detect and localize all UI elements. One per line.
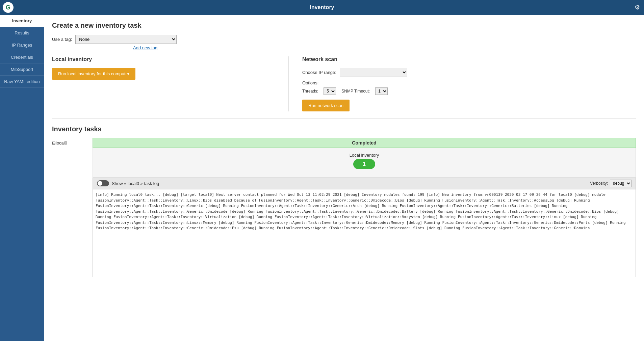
sidebar-item-inventory[interactable]: Inventory — [0, 15, 44, 27]
run-network-scan-button[interactable]: Run network scan — [302, 100, 350, 111]
main-content: Create a new inventory task Use a tag: N… — [44, 15, 644, 341]
sidebar-item-ip-ranges[interactable]: IP Ranges — [0, 39, 44, 51]
snmp-timeout-select[interactable]: 1 — [375, 87, 388, 95]
threads-select[interactable]: 5 — [324, 87, 336, 95]
local-inventory-title: Local inventory — [52, 56, 275, 62]
local-inventory-bubble: Local inventory 1 — [98, 153, 631, 169]
network-scan-panel: Network scan Choose IP range: Options: T… — [288, 56, 636, 111]
ip-range-select[interactable] — [340, 68, 407, 77]
snmp-timeout-label: SNMP Timeout: — [341, 89, 370, 94]
run-local-inventory-button[interactable]: Run local inventory for this computer — [52, 68, 135, 80]
header-title: Inventory — [310, 4, 334, 10]
app-logo: G — [3, 2, 14, 13]
sidebar-item-credentials[interactable]: Credentials — [0, 51, 44, 63]
completed-bar: Completed — [93, 138, 636, 148]
options-row: Threads: 5 SNMP Timeout: 1 — [302, 87, 636, 95]
add-new-tag-link[interactable]: Add new tag — [133, 45, 157, 50]
verbosity-row: Verbosity: debug — [590, 180, 632, 187]
local-inventory-panel: Local inventory Run local inventory for … — [52, 56, 288, 111]
main-layout: Inventory Results IP Ranges Credentials … — [0, 15, 644, 341]
show-log-text: Show « local0 » task log — [112, 181, 159, 186]
show-log-row: Show « local0 » task log Verbosity: debu… — [93, 178, 636, 189]
network-scan-title: Network scan — [302, 56, 636, 62]
local-inventory-bubble-label: Local inventory — [350, 153, 379, 158]
local-inventory-count: 1 — [353, 159, 375, 169]
log-toggle[interactable] — [97, 180, 109, 186]
page-title: Create a new inventory task — [52, 22, 636, 29]
sidebar-item-mibsupport[interactable]: MibSupport — [0, 63, 44, 76]
log-area: [info] Running local0 task... [debug] [t… — [93, 189, 636, 277]
sidebar-item-raw-yaml[interactable]: Raw YAML edition — [0, 76, 44, 88]
sidebar: Inventory Results IP Ranges Credentials … — [0, 15, 44, 341]
task-label: ⊟local0 — [52, 138, 93, 148]
gear-icon[interactable]: ⚙ — [635, 4, 640, 11]
tag-row: Use a tag: None — [52, 35, 636, 44]
task-bar-area: Completed — [93, 138, 636, 148]
task-row: ⊟local0 Completed — [52, 138, 636, 148]
top-header: G Inventory ⚙ — [0, 0, 644, 15]
show-log-left: Show « local0 » task log — [97, 180, 159, 186]
task-content-area: Local inventory 1 — [93, 148, 636, 178]
inventory-tasks-title: Inventory tasks — [52, 125, 636, 133]
use-a-tag-label: Use a tag: — [52, 37, 72, 42]
sidebar-item-results[interactable]: Results — [0, 27, 44, 39]
tag-select[interactable]: None — [75, 35, 177, 44]
threads-label: Threads: — [302, 89, 318, 94]
divider — [52, 118, 636, 119]
verbosity-select[interactable]: debug — [610, 180, 632, 187]
verbosity-label: Verbosity: — [590, 181, 608, 186]
options-label: Options: — [302, 80, 636, 85]
two-panel: Local inventory Run local inventory for … — [52, 56, 636, 111]
choose-ip-range-label: Choose IP range: — [302, 70, 336, 75]
ip-range-row: Choose IP range: — [302, 68, 636, 77]
